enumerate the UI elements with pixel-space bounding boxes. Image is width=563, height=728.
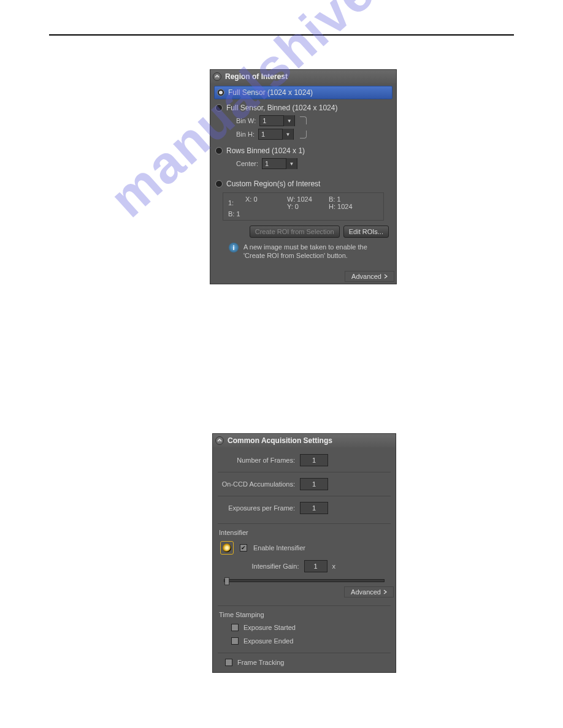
chevron-down-icon[interactable]: ▼ <box>283 115 294 126</box>
acquisition-panel: Common Acquisition Settings Number of Fr… <box>212 433 396 673</box>
exposures-input[interactable] <box>300 502 328 514</box>
roi-option-rows-binned[interactable]: Rows Binned (1024 x 1) <box>210 145 396 157</box>
separator <box>218 472 391 472</box>
intensifier-gain-label: Intensifier Gain: <box>251 563 299 570</box>
roi-option-label: Full Sensor (1024 x 1024) <box>228 88 313 97</box>
roi-h: H: 1024 <box>329 203 353 210</box>
roi-option-custom[interactable]: Custom Region(s) of Interest <box>210 178 396 190</box>
roi-advanced-row: Advanced <box>210 269 396 284</box>
bin-h-value[interactable] <box>259 131 282 138</box>
radio-icon <box>217 89 224 96</box>
collapse-icon[interactable] <box>215 436 224 445</box>
roi-option-label: Custom Region(s) of Interest <box>226 180 320 188</box>
roi-option-full-sensor-binned[interactable]: Full Sensor, Binned (1024 x 1024) <box>210 102 396 114</box>
timestamping-group-label: Time Stamping <box>213 609 396 621</box>
bin-w-label: Bin W: <box>236 117 256 124</box>
info-text: A new image must be taken to enable the … <box>243 243 384 260</box>
info-message: i A new image must be taken to enable th… <box>210 239 396 265</box>
frames-label: Number of Frames: <box>237 457 295 464</box>
bin-w-combo[interactable]: ▼ <box>259 115 295 126</box>
roi-option-label: Full Sensor, Binned (1024 x 1024) <box>226 104 337 112</box>
roi-x: X: 0 <box>245 195 282 203</box>
enable-intensifier-label: Enable Intensifier <box>253 544 305 552</box>
radio-icon <box>215 147 223 154</box>
center-value[interactable] <box>262 160 286 167</box>
separator <box>218 496 391 496</box>
roi-panel-header[interactable]: Region of Interest <box>210 70 396 83</box>
intensifier-status-icon <box>220 541 234 555</box>
bin-h-combo[interactable]: ▼ <box>258 129 294 140</box>
frames-input[interactable] <box>300 454 328 466</box>
intensifier-gain-unit: x <box>332 563 336 570</box>
exposure-started-label: Exposure Started <box>243 624 296 631</box>
enable-intensifier-checkbox[interactable] <box>240 544 247 552</box>
exposure-ended-checkbox[interactable] <box>231 637 239 645</box>
slider-thumb[interactable] <box>224 577 229 585</box>
roi-w: W: 1024 <box>287 195 324 203</box>
roi-option-label: Rows Binned (1024 x 1) <box>226 146 305 155</box>
chevron-right-icon <box>384 274 388 279</box>
roi-b2: B: 1 <box>228 210 240 218</box>
frame-tracking-checkbox[interactable] <box>225 659 232 666</box>
center-combo[interactable]: ▼ <box>262 158 297 169</box>
edit-rois-button[interactable]: Edit ROIs... <box>343 226 389 238</box>
separator <box>218 605 391 606</box>
advanced-label: Advanced <box>351 273 381 280</box>
roi-panel-title: Region of Interest <box>225 72 288 81</box>
exposures-label: Exposures per Frame: <box>228 504 295 512</box>
radio-icon <box>215 180 223 188</box>
accum-input[interactable] <box>300 478 328 490</box>
roi-option-full-sensor[interactable]: Full Sensor (1024 x 1024) <box>214 86 393 99</box>
intensifier-gain-slider[interactable] <box>213 575 396 585</box>
bin-h-label: Bin H: <box>236 131 255 138</box>
acquisition-panel-header[interactable]: Common Acquisition Settings <box>213 434 396 447</box>
link-icon[interactable] <box>300 116 315 138</box>
roi-panel: Region of Interest Full Sensor (1024 x 1… <box>210 69 397 284</box>
intensifier-group-label: Intensifier <box>213 526 396 539</box>
roi-index: 1: <box>228 199 240 207</box>
chevron-down-icon[interactable]: ▼ <box>286 158 297 169</box>
radio-icon <box>215 104 223 112</box>
frame-tracking-label: Frame Tracking <box>237 659 284 666</box>
intensifier-gain-input[interactable] <box>304 560 327 572</box>
lens-icon <box>223 544 231 552</box>
chevron-right-icon <box>383 590 387 594</box>
collapse-icon[interactable] <box>213 72 221 81</box>
custom-roi-table: 1: X: 0 W: 1024 B: 1 Y: 0 H: 1024 B: 1 <box>223 192 384 221</box>
separator <box>218 653 391 653</box>
horizontal-rule <box>49 34 514 36</box>
advanced-button[interactable]: Advanced <box>344 586 394 597</box>
roi-b1: B: 1 <box>329 195 353 203</box>
info-icon: i <box>229 243 239 252</box>
exposure-started-checkbox[interactable] <box>231 624 239 631</box>
create-roi-button[interactable]: Create ROI from Selection <box>250 226 340 238</box>
exposure-ended-label: Exposure Ended <box>243 637 293 645</box>
advanced-label: Advanced <box>351 588 381 596</box>
roi-y: Y: 0 <box>287 203 324 210</box>
acquisition-panel-title: Common Acquisition Settings <box>228 436 332 445</box>
accum-label: On-CCD Accumulations: <box>222 480 295 488</box>
chevron-down-icon[interactable]: ▼ <box>282 129 293 140</box>
intensifier-advanced-row: Advanced <box>213 585 396 599</box>
bin-w-value[interactable] <box>260 117 283 124</box>
center-label: Center: <box>236 160 258 167</box>
advanced-button[interactable]: Advanced <box>345 271 394 282</box>
separator <box>218 523 391 524</box>
